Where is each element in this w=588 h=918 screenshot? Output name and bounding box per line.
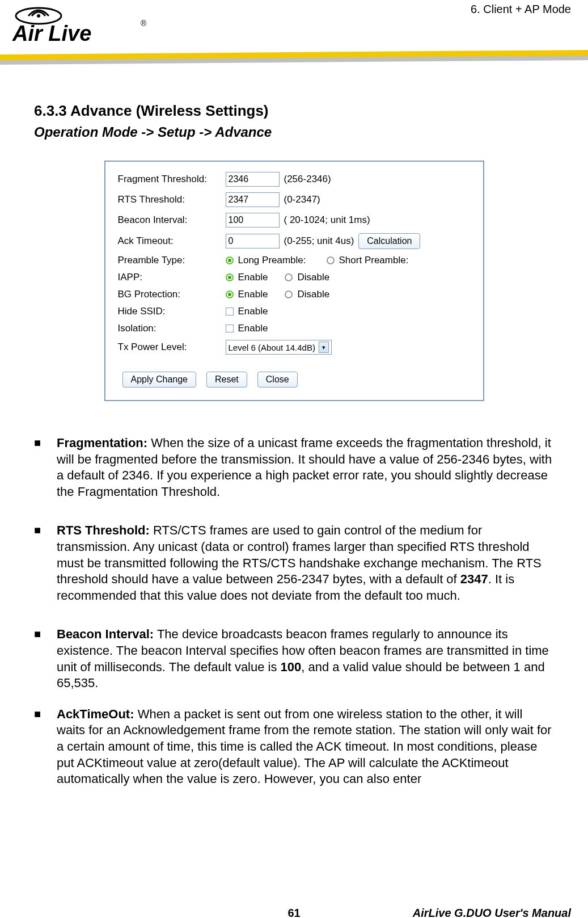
iapp-disable-radio[interactable]	[285, 273, 293, 281]
chapter-label: 6. Client + AP Mode	[471, 3, 571, 16]
airlive-logo: Air Live ®	[11, 6, 159, 48]
fragmentation-title: Fragmentation:	[57, 436, 147, 450]
iapp-disable-text: Disable	[297, 272, 329, 283]
bg-disable-text: Disable	[297, 289, 329, 300]
bullet-square-icon: ■	[34, 435, 57, 500]
bullet-rts: ■ RTS Threshold: RTS/CTS frames are used…	[34, 523, 554, 604]
ack-title: AckTimeOut:	[57, 707, 134, 721]
ack-timeout-input[interactable]	[226, 234, 280, 249]
hide-ssid-label: Hide SSID:	[118, 306, 226, 317]
close-button[interactable]: Close	[257, 372, 298, 388]
isolation-label: Isolation:	[118, 323, 226, 334]
rts-bold: 2347	[460, 572, 488, 586]
reset-button[interactable]: Reset	[206, 372, 247, 388]
rts-title: RTS Threshold:	[57, 523, 150, 537]
rts-threshold-label: RTS Threshold:	[118, 194, 226, 205]
beacon-title: Beacon Interval:	[57, 627, 154, 641]
bullet-fragmentation: ■ Fragmentation: When the size of a unic…	[34, 435, 554, 500]
chevron-down-icon: ▾	[319, 342, 329, 353]
ack-timeout-label: Ack Timeout:	[118, 235, 226, 247]
bullet-square-icon: ■	[34, 706, 57, 788]
iapp-label: IAPP:	[118, 272, 226, 283]
rts-threshold-input[interactable]	[226, 192, 280, 207]
breadcrumb: Operation Mode -> Setup -> Advance	[34, 124, 554, 140]
ack-timeout-range: (0-255; unit 4us)	[284, 235, 354, 247]
preamble-type-label: Preamble Type:	[118, 255, 226, 266]
fragment-threshold-label: Fragment Threshold:	[118, 174, 226, 185]
bullet-beacon: ■ Beacon Interval: The device broadcasts…	[34, 626, 554, 691]
bg-enable-radio[interactable]	[226, 290, 234, 298]
beacon-interval-range: ( 20-1024; unit 1ms)	[284, 214, 370, 226]
short-preamble-radio[interactable]	[327, 256, 335, 264]
tx-power-select[interactable]: Level 6 (About 14.4dB) ▾	[226, 340, 332, 355]
section-title: 6.3.3 Advance (Wireless Settings)	[34, 102, 554, 120]
apply-change-button[interactable]: Apply Change	[122, 372, 197, 388]
beacon-interval-label: Beacon Interval:	[118, 214, 226, 226]
bullet-square-icon: ■	[34, 523, 57, 604]
isolation-enable-text: Enable	[238, 323, 268, 334]
bg-disable-radio[interactable]	[285, 290, 293, 298]
header-band	[0, 50, 588, 66]
hide-ssid-checkbox[interactable]	[226, 308, 234, 315]
fragment-threshold-input[interactable]	[226, 172, 280, 187]
page-header: Air Live ® 6. Client + AP Mode	[0, 0, 588, 68]
fragment-threshold-range: (256-2346)	[284, 174, 331, 185]
manual-title: AirLive G.DUO User's Manual	[413, 907, 571, 918]
tx-power-selected: Level 6 (About 14.4dB)	[229, 343, 315, 352]
advance-settings-dialog: Fragment Threshold: (256-2346) RTS Thres…	[104, 161, 484, 401]
bg-enable-text: Enable	[238, 289, 268, 300]
rts-threshold-range: (0-2347)	[284, 194, 320, 205]
long-preamble-radio[interactable]	[226, 256, 234, 264]
isolation-checkbox[interactable]	[226, 325, 234, 332]
hide-ssid-enable-text: Enable	[238, 306, 268, 317]
beacon-interval-input[interactable]	[226, 213, 280, 228]
svg-text:®: ®	[141, 19, 147, 28]
bg-protection-label: BG Protection:	[118, 289, 226, 300]
tx-power-label: Tx Power Level:	[118, 342, 226, 353]
iapp-enable-text: Enable	[238, 272, 268, 283]
bullet-square-icon: ■	[34, 626, 57, 691]
page-number: 61	[287, 907, 300, 918]
svg-text:Air Live: Air Live	[12, 22, 91, 45]
iapp-enable-radio[interactable]	[226, 273, 234, 281]
bullet-ack: ■ AckTimeOut: When a packet is sent out …	[34, 706, 554, 788]
beacon-bold: 100	[281, 660, 302, 674]
long-preamble-text: Long Preamble:	[238, 255, 306, 266]
calculation-button[interactable]: Calculation	[358, 233, 420, 249]
short-preamble-text: Short Preamble:	[339, 255, 409, 266]
svg-point-1	[37, 14, 40, 18]
